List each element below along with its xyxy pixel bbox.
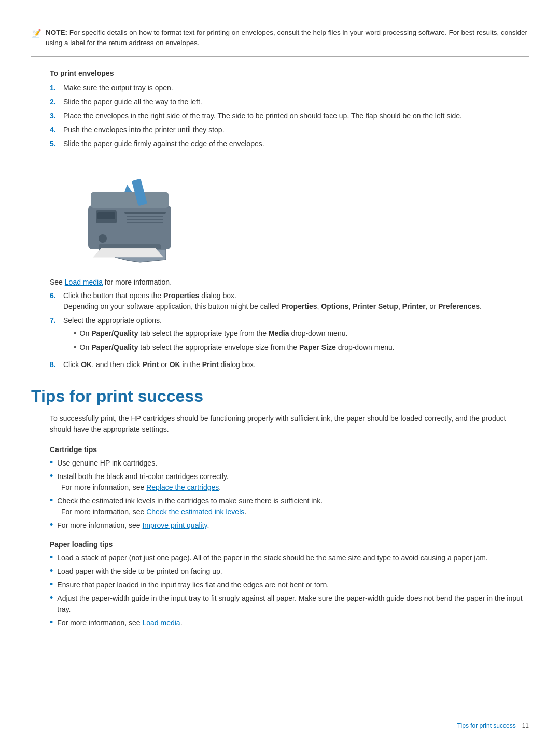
step-5-text: Slide the paper guide firmly against the… [63, 138, 264, 149]
step-8-text: Click OK, and then click Print or OK in … [63, 359, 256, 370]
paper-bullet-4: • Adjust the paper-width guide in the in… [50, 593, 529, 615]
step-3-text: Place the envelopes in the right side of… [63, 110, 462, 121]
steps-list: 1. Make sure the output tray is open. 2.… [50, 82, 529, 149]
print-envelopes-section: To print envelopes 1. Make sure the outp… [50, 69, 529, 149]
step-4-num: 4. [50, 124, 60, 135]
paper-bullet-list: • Load a stack of paper (not just one pa… [50, 553, 529, 628]
note-box: 📝 NOTE: For specific details on how to f… [31, 27, 529, 57]
step-4: 4. Push the envelopes into the printer u… [50, 124, 529, 135]
see-suffix: for more information. [103, 278, 172, 286]
step-7-bullets: • On Paper/Quality tab select the approp… [63, 328, 395, 353]
blue-dot-4: • [50, 520, 53, 530]
cartridge-bullet-1: • Use genuine HP ink cartridges. [50, 458, 529, 469]
svg-rect-1 [91, 192, 169, 208]
footer-page-number: 11 [522, 722, 529, 729]
cartridge-bullet-2-row: • Install both the black and tri-color c… [50, 471, 229, 482]
paper-bullet-5-text: For more information, see Load media. [57, 617, 182, 628]
see-prefix: See [50, 278, 65, 286]
blue-dot-2: • [50, 471, 53, 482]
cartridge-tips-section: Cartridge tips • Use genuine HP ink cart… [50, 445, 529, 531]
step-4-text: Push the envelopes into the printer unti… [63, 124, 225, 135]
printer-image [73, 164, 187, 268]
blue-dot-p1: • [50, 553, 53, 563]
paper-tips-section: Paper loading tips • Load a stack of pap… [50, 540, 529, 628]
step-1-num: 1. [50, 82, 60, 93]
step-6-content: Click the button that opens the Properti… [63, 290, 482, 312]
svg-point-10 [99, 234, 107, 243]
top-rule [31, 21, 529, 21]
step-2-text: Slide the paper guide all the way to the… [63, 96, 202, 107]
step-7-text: Select the appropriate options. [63, 316, 162, 325]
step-5: 5. Slide the paper guide firmly against … [50, 138, 529, 149]
step-7-bullet-1-text: On Paper/Quality tab select the appropri… [80, 328, 348, 339]
blue-dot-1: • [50, 458, 53, 468]
tips-intro: To successfully print, the HP cartridges… [50, 413, 529, 435]
step-1: 1. Make sure the output tray is open. [50, 82, 529, 93]
print-envelopes-heading: To print envelopes [50, 69, 529, 77]
step-5-num: 5. [50, 138, 60, 149]
step-1-text: Make sure the output tray is open. [63, 82, 173, 93]
step-2-num: 2. [50, 96, 60, 107]
svg-rect-4 [97, 212, 115, 219]
blue-dot-3: • [50, 496, 53, 507]
steps-6-8: 6. Click the button that opens the Prope… [50, 290, 529, 370]
step-7-bullet-2: • On Paper/Quality tab select the approp… [74, 342, 395, 353]
svg-rect-6 [124, 212, 166, 214]
cartridge-bullet-list: • Use genuine HP ink cartridges. • Insta… [50, 458, 529, 531]
cartridge-bullet-1-text: Use genuine HP ink cartridges. [57, 458, 157, 469]
cartridge-bullet-3-text: Check the estimated ink levels in the ca… [57, 496, 323, 507]
paper-bullet-3-text: Ensure that paper loaded in the input tr… [57, 580, 329, 591]
note-text: NOTE: For specific details on how to for… [46, 27, 529, 49]
note-label: NOTE: [46, 29, 67, 36]
step-3-num: 3. [50, 110, 60, 121]
cartridge-heading: Cartridge tips [50, 445, 529, 454]
cartridge-bullet-2-sub: For more information, see Replace the ca… [61, 482, 221, 493]
step-3: 3. Place the envelopes in the right side… [50, 110, 529, 121]
bullet-icon-1: • [74, 328, 77, 338]
check-ink-levels-link[interactable]: Check the estimated ink levels [146, 508, 244, 516]
note-icon: 📝 [31, 28, 41, 38]
cartridge-bullet-3-row: • Check the estimated ink levels in the … [50, 496, 323, 507]
blue-dot-p5: • [50, 617, 53, 628]
printer-image-area [73, 164, 529, 268]
footer-section-title: Tips for print success [457, 722, 516, 729]
cartridge-bullet-2: • Install both the black and tri-color c… [50, 471, 529, 493]
paper-bullet-4-text: Adjust the paper-width guide in the inpu… [57, 593, 529, 615]
tips-section: Tips for print success To successfully p… [31, 387, 529, 628]
paper-heading: Paper loading tips [50, 540, 529, 549]
load-media-link-2[interactable]: Load media [142, 619, 180, 627]
cartridge-bullet-3: • Check the estimated ink levels in the … [50, 496, 529, 517]
step-7-num: 7. [50, 315, 60, 326]
step-7: 7. Select the appropriate options. • On … [50, 315, 529, 356]
cartridge-bullet-3-sub: For more information, see Check the esti… [61, 507, 246, 517]
step-7-content: Select the appropriate options. • On Pap… [63, 315, 395, 356]
note-body: For specific details on how to format te… [46, 29, 527, 47]
paper-bullet-3: • Ensure that paper loaded in the input … [50, 580, 529, 591]
paper-bullet-2-text: Load paper with the side to be printed o… [57, 566, 222, 577]
bullet-icon-2: • [74, 342, 77, 352]
paper-bullet-1: • Load a stack of paper (not just one pa… [50, 553, 529, 564]
cartridge-bullet-4-text: For more information, see Improve print … [57, 520, 209, 531]
step-2: 2. Slide the paper guide all the way to … [50, 96, 529, 107]
paper-bullet-1-text: Load a stack of paper (not just one page… [57, 553, 487, 564]
step-8-num: 8. [50, 359, 60, 370]
blue-dot-p2: • [50, 566, 53, 577]
step-6-line1: Click the button that opens the Properti… [63, 291, 236, 300]
step-8: 8. Click OK, and then click Print or OK … [50, 359, 529, 370]
paper-bullet-2: • Load paper with the side to be printed… [50, 566, 529, 577]
replace-cartridges-link[interactable]: Replace the cartridges [146, 483, 219, 491]
cartridge-bullet-4: • For more information, see Improve prin… [50, 520, 529, 531]
load-media-link-1[interactable]: Load media [65, 278, 103, 286]
paper-bullet-5: • For more information, see Load media. [50, 617, 529, 628]
step-7-bullet-2-text: On Paper/Quality tab select the appropri… [80, 342, 395, 353]
cartridge-bullet-2-text: Install both the black and tri-color car… [57, 471, 228, 482]
step-6-num: 6. [50, 290, 60, 301]
blue-dot-p4: • [50, 593, 53, 603]
see-load-text: See Load media for more information. [50, 278, 529, 286]
step-6: 6. Click the button that opens the Prope… [50, 290, 529, 312]
tips-title: Tips for print success [31, 387, 529, 406]
improve-print-quality-link[interactable]: Improve print quality [142, 521, 207, 529]
step-7-bullet-1: • On Paper/Quality tab select the approp… [74, 328, 395, 339]
blue-dot-p3: • [50, 580, 53, 590]
steps-continued: See Load media for more information. 6. … [50, 278, 529, 370]
